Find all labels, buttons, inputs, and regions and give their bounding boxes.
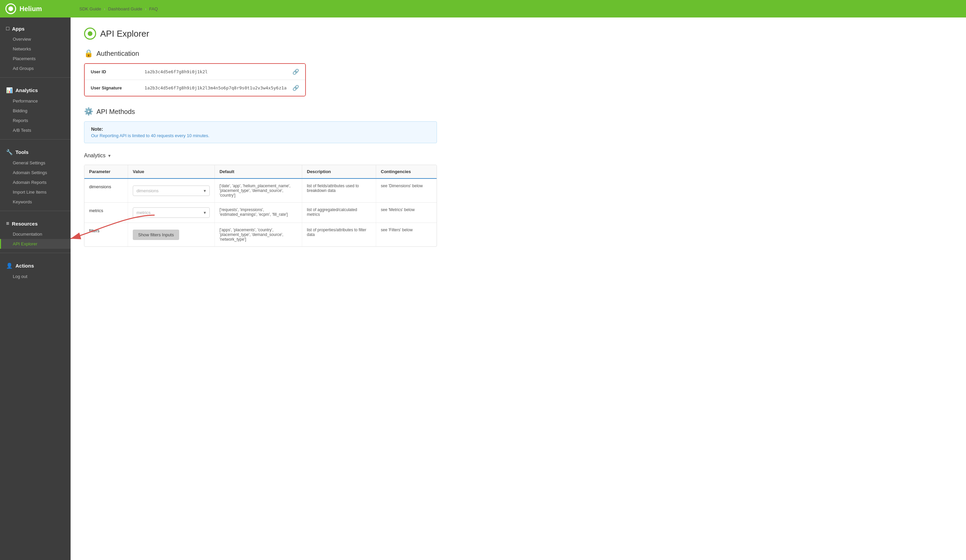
- breadcrumb-item-1[interactable]: SDK Guide: [79, 7, 101, 11]
- analytics-dropdown-label: Analytics: [84, 153, 105, 159]
- default-dimensions: ['date', 'app', 'helium_placement_name',…: [215, 179, 302, 202]
- table-row-dimensions: dimensions dimensions ▾ ['date', 'app', …: [84, 179, 437, 203]
- note-label: Note:: [91, 126, 430, 132]
- breadcrumb-sep-1: ›: [104, 7, 105, 11]
- col-header-parameter: Parameter: [84, 165, 128, 178]
- sidebar-section-resources: ≡ Resources Documentation API Explorer: [0, 212, 71, 251]
- param-dimensions: dimensions: [84, 179, 128, 202]
- sidebar-item-abtests[interactable]: A/B Tests: [0, 125, 71, 135]
- breadcrumb-sep-2: ›: [145, 7, 146, 11]
- sidebar-item-overview[interactable]: Overview: [0, 34, 71, 44]
- default-filters: ['apps', 'placements', 'country', 'place…: [215, 223, 302, 246]
- default-metrics: ['requests', 'impressions', 'estimated_e…: [215, 203, 302, 223]
- table-row-filters: filters Show filters Inputs ['apps', 'pl…: [84, 223, 437, 246]
- param-metrics: metrics: [84, 203, 128, 223]
- sidebar-section-actions: 👤 Actions Log out: [0, 255, 71, 284]
- contingencies-filters: see 'Filters' below: [376, 223, 437, 246]
- dimensions-arrow-icon: ▾: [204, 188, 206, 193]
- sidebar-item-api-explorer[interactable]: API Explorer: [0, 239, 71, 249]
- logo-text: Helium: [20, 5, 42, 13]
- desc-dimensions: list of fields/attributes used to breakd…: [302, 179, 376, 202]
- metrics-arrow-icon: ▾: [204, 210, 206, 215]
- sidebar-section-apps: □ Apps Overview Networks Placements Ad G…: [0, 18, 71, 76]
- dimensions-select[interactable]: dimensions ▾: [133, 186, 210, 196]
- analytics-icon: 📊: [6, 87, 13, 94]
- desc-metrics: list of aggregated/calculated metrics: [302, 203, 376, 223]
- note-text: Our Reporting API is limited to 40 reque…: [91, 133, 430, 138]
- layout: □ Apps Overview Networks Placements Ad G…: [0, 18, 966, 560]
- page-title: API Explorer: [100, 29, 149, 39]
- lock-icon: 🔒: [84, 49, 93, 58]
- col-header-value: Value: [128, 165, 215, 178]
- auth-box: User ID 1a2b3c4d5e6f7g8h9i0j1k2l 🔗 User …: [84, 63, 306, 97]
- contingencies-dimensions: see 'Dimensions' below: [376, 179, 437, 202]
- metrics-select[interactable]: metrics ▾: [133, 207, 210, 218]
- col-header-contingencies: Contingencies: [376, 165, 437, 178]
- user-signature-link-icon[interactable]: 🔗: [292, 85, 299, 91]
- auth-section-header: 🔒 Authentication: [84, 49, 953, 58]
- chevron-down-icon: ▾: [108, 153, 110, 158]
- sidebar-header-apps[interactable]: □ Apps: [0, 23, 71, 34]
- tools-icon: 🔧: [6, 149, 13, 155]
- sidebar-item-adgroups[interactable]: Ad Groups: [0, 64, 71, 73]
- sidebar-item-import-line-items[interactable]: Import Line Items: [0, 187, 71, 197]
- sidebar: □ Apps Overview Networks Placements Ad G…: [0, 18, 71, 560]
- auth-section-title: Authentication: [97, 50, 139, 57]
- page-title-row: API Explorer: [84, 28, 953, 39]
- api-explorer-icon: [84, 28, 96, 39]
- sidebar-item-logout[interactable]: Log out: [0, 272, 71, 281]
- user-id-value: 1a2b3c4d5e6f7g8h9i0j1k2l: [145, 69, 292, 74]
- note-box: Note: Our Reporting API is limited to 40…: [84, 122, 437, 143]
- sidebar-header-resources[interactable]: ≡ Resources: [0, 218, 71, 229]
- user-id-link-icon[interactable]: 🔗: [292, 69, 299, 75]
- sidebar-actions-label: Actions: [15, 263, 34, 269]
- show-filters-button[interactable]: Show filters Inputs: [133, 230, 179, 240]
- sidebar-item-general-settings[interactable]: General Settings: [0, 158, 71, 168]
- breadcrumb-item-3[interactable]: FAQ: [149, 7, 158, 11]
- sidebar-item-networks[interactable]: Networks: [0, 44, 71, 54]
- contingencies-metrics: see 'Metrics' below: [376, 203, 437, 223]
- sidebar-header-analytics[interactable]: 📊 Analytics: [0, 84, 71, 96]
- topbar: Helium SDK Guide › Dashboard Guide › FAQ: [0, 0, 966, 18]
- analytics-dropdown-header[interactable]: Analytics ▾: [84, 153, 953, 159]
- sidebar-section-tools: 🔧 Tools General Settings Adomain Setting…: [0, 141, 71, 209]
- auth-row-userid: User ID 1a2b3c4d5e6f7g8h9i0j1k2l 🔗: [85, 64, 305, 80]
- value-filters[interactable]: Show filters Inputs: [128, 223, 215, 246]
- breadcrumb: SDK Guide › Dashboard Guide › FAQ: [72, 7, 158, 11]
- sidebar-item-keywords[interactable]: Keywords: [0, 197, 71, 207]
- col-header-description: Description: [302, 165, 376, 178]
- api-table: Parameter Value Default Description Cont…: [84, 165, 437, 247]
- user-signature-value: 1a2b3c4d5e6f7g8h9i0j1k2l3m4n5o6p7q8r9s0t…: [145, 85, 292, 90]
- apps-icon: □: [6, 26, 10, 31]
- main-content: API Explorer 🔒 Authentication User ID 1a…: [71, 18, 966, 560]
- sidebar-section-analytics: 📊 Analytics Performance Bidding Reports …: [0, 79, 71, 138]
- sidebar-item-bidding[interactable]: Bidding: [0, 106, 71, 116]
- param-filters: filters: [84, 223, 128, 246]
- annotation-arrow: [71, 18, 966, 560]
- api-methods-section-title: API Methods: [97, 108, 135, 116]
- api-methods-section-header: ⚙️ API Methods: [84, 107, 953, 116]
- value-dimensions[interactable]: dimensions ▾: [128, 179, 215, 202]
- table-row-metrics: metrics metrics ▾ ['requests', 'impressi…: [84, 203, 437, 223]
- sidebar-apps-label: Apps: [12, 26, 25, 31]
- sidebar-item-placements[interactable]: Placements: [0, 54, 71, 64]
- metrics-placeholder: metrics: [136, 210, 151, 215]
- sidebar-item-adomain-reports[interactable]: Adomain Reports: [0, 177, 71, 187]
- auth-row-signature: User Signature 1a2b3c4d5e6f7g8h9i0j1k2l3…: [85, 80, 305, 96]
- logo-icon: [5, 3, 16, 14]
- user-signature-label: User Signature: [91, 85, 145, 90]
- sidebar-tools-label: Tools: [15, 149, 29, 155]
- sidebar-header-tools[interactable]: 🔧 Tools: [0, 146, 71, 158]
- breadcrumb-item-2[interactable]: Dashboard Guide: [108, 7, 142, 11]
- sidebar-item-performance[interactable]: Performance: [0, 96, 71, 106]
- sidebar-resources-label: Resources: [12, 221, 38, 227]
- sidebar-analytics-label: Analytics: [15, 87, 38, 93]
- logo[interactable]: Helium: [5, 3, 72, 14]
- sidebar-item-documentation[interactable]: Documentation: [0, 229, 71, 239]
- value-metrics[interactable]: metrics ▾: [128, 203, 215, 223]
- sidebar-header-actions[interactable]: 👤 Actions: [0, 260, 71, 272]
- dimensions-placeholder: dimensions: [136, 188, 159, 193]
- sidebar-item-adomain-settings[interactable]: Adomain Settings: [0, 168, 71, 177]
- col-header-default: Default: [215, 165, 302, 178]
- sidebar-item-reports[interactable]: Reports: [0, 116, 71, 125]
